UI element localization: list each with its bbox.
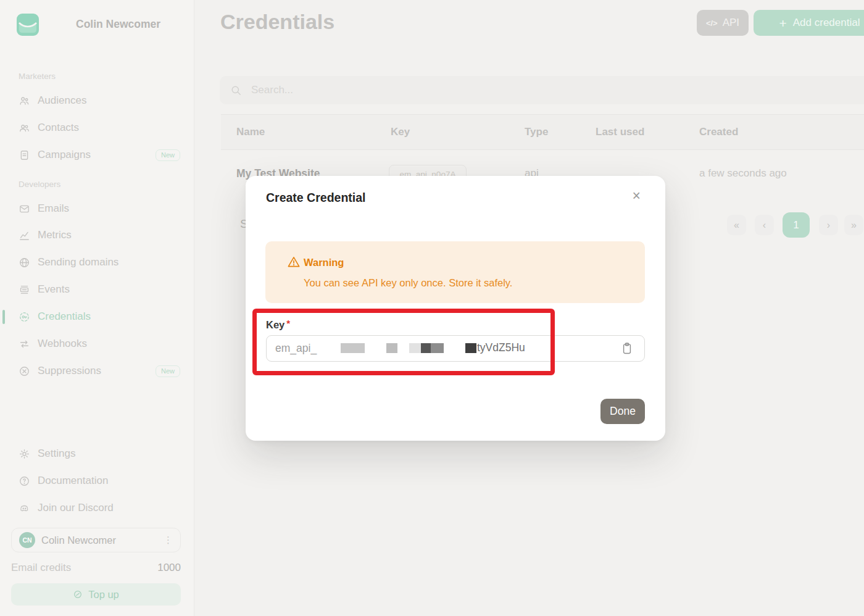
email-credits-row: Email credits 1000 [11, 562, 181, 574]
sidebar-item-suppressions[interactable]: Suppressions New [19, 362, 180, 380]
gear-icon [19, 448, 30, 460]
sidebar: Colin Newcomer Marketers Audiences Conta… [0, 0, 194, 616]
sidebar-item-label: Sending domains [38, 256, 118, 268]
api-button[interactable]: </> API [697, 10, 749, 36]
sidebar-item-events[interactable]: Events [19, 281, 180, 298]
column-header-type: Type [525, 126, 548, 138]
sidebar-item-audiences[interactable]: Audiences [19, 92, 180, 109]
modal-title: Create Credential [266, 191, 365, 205]
repeat-arrows-icon [19, 338, 30, 350]
section-label-developers: Developers [19, 180, 60, 189]
top-up-button[interactable]: Top up [11, 583, 181, 606]
workspace-name: Colin Newcomer [76, 18, 160, 31]
sidebar-item-label: Suppressions [38, 365, 101, 377]
sidebar-item-campaigns[interactable]: Campaigns New [19, 146, 180, 164]
app-logo-icon[interactable] [17, 14, 39, 36]
pagination-first-button[interactable]: « [727, 215, 746, 235]
circle-x-icon [19, 365, 30, 377]
chart-icon [19, 230, 30, 241]
sidebar-item-emails[interactable]: Emails [19, 200, 180, 217]
create-credential-modal: Create Credential × Warning You can see … [246, 176, 665, 441]
search-input[interactable] [250, 83, 620, 97]
api-key-prefix: em_api_ [275, 342, 317, 355]
sidebar-item-sending-domains[interactable]: Sending domains [19, 254, 180, 271]
warning-message: You can see API key only once. Store it … [304, 277, 512, 289]
coin-icon [73, 589, 83, 599]
copy-to-clipboard-icon[interactable] [621, 341, 633, 356]
users-icon [19, 95, 30, 107]
sidebar-item-label: Contacts [38, 122, 79, 134]
api-key-suffix: tyVdZ5Hu [477, 341, 525, 354]
search-bar [220, 76, 864, 104]
sidebar-item-label: Join our Discord [38, 502, 114, 514]
column-header-created: Created [699, 126, 738, 138]
sidebar-item-label: Campaigns [38, 149, 91, 161]
list-box-icon [19, 284, 30, 296]
section-label-marketers: Marketers [19, 72, 56, 81]
sidebar-item-contacts[interactable]: Contacts [19, 119, 180, 136]
sidebar-item-label: Settings [38, 447, 75, 460]
avatar: CN [19, 532, 35, 548]
sidebar-item-discord[interactable]: Join our Discord [19, 499, 180, 517]
app-window: Colin Newcomer Marketers Audiences Conta… [0, 0, 864, 616]
column-header-key: Key [391, 126, 410, 138]
active-item-indicator [2, 310, 5, 324]
user-name: Colin Newcomer [41, 535, 116, 546]
question-circle-icon [19, 475, 30, 487]
sidebar-item-documentation[interactable]: Documentation [19, 472, 180, 489]
done-button[interactable]: Done [600, 399, 645, 424]
pagination-prev-button[interactable]: ‹ [755, 215, 774, 235]
sidebar-item-label: Audiences [38, 94, 86, 107]
sidebar-item-label: Events [38, 283, 70, 296]
column-header-name: Name [236, 126, 265, 138]
required-asterisk: * [286, 318, 290, 328]
sidebar-item-label: Documentation [38, 475, 108, 487]
page-title: Credentials [220, 10, 334, 34]
add-credential-button[interactable]: + Add credential [754, 10, 864, 36]
discord-icon [19, 502, 30, 514]
key-field-label: Key* [266, 318, 290, 331]
code-icon: </> [706, 19, 718, 28]
api-key-field[interactable]: em_api_ tyVdZ5Hu [266, 335, 645, 362]
contacts-icon [19, 122, 30, 134]
credits-label: Email credits [11, 562, 71, 574]
document-icon [19, 149, 30, 161]
cell-created: a few seconds ago [699, 167, 787, 180]
user-card[interactable]: CN Colin Newcomer ⋮ [11, 528, 181, 552]
sidebar-item-webhooks[interactable]: Webhooks [19, 335, 180, 352]
sidebar-item-settings[interactable]: Settings [19, 445, 180, 462]
top-up-label: Top up [88, 589, 119, 601]
sidebar-item-label: Webhooks [38, 338, 87, 350]
pagination-page-1-button[interactable]: 1 [783, 212, 810, 238]
warning-banner: Warning You can see API key only once. S… [265, 241, 645, 303]
sidebar-item-credentials[interactable]: Credentials [19, 308, 180, 325]
new-badge: New [156, 149, 180, 161]
globe-icon [19, 257, 30, 268]
plus-icon: + [779, 17, 787, 30]
sidebar-item-label: Metrics [38, 229, 72, 241]
search-icon [230, 85, 242, 96]
warning-triangle-icon [286, 255, 301, 269]
sidebar-item-label: Credentials [38, 310, 91, 323]
close-icon[interactable]: × [633, 189, 641, 203]
sidebar-item-metrics[interactable]: Metrics [19, 227, 180, 244]
envelope-icon [19, 203, 30, 215]
pagination-last-button[interactable]: » [844, 215, 863, 235]
key-icon [19, 311, 30, 323]
warning-title: Warning [304, 257, 344, 268]
new-badge: New [156, 365, 180, 377]
pagination-next-button[interactable]: › [819, 215, 838, 235]
sidebar-item-label: Emails [38, 202, 69, 215]
credits-value: 1000 [157, 562, 181, 574]
column-header-last-used: Last used [596, 126, 644, 138]
kebab-menu-icon[interactable]: ⋮ [164, 535, 173, 546]
